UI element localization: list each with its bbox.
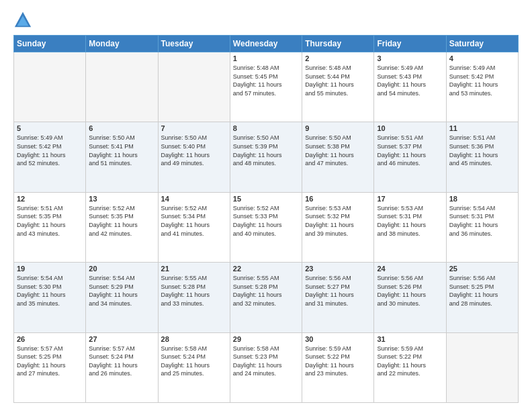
day-number: 19 (17, 265, 83, 273)
day-info: Sunrise: 5:52 AM Sunset: 5:34 PM Dayligh… (161, 204, 227, 238)
day-info: Sunrise: 5:48 AM Sunset: 5:45 PM Dayligh… (233, 64, 299, 97)
day-info: Sunrise: 5:52 AM Sunset: 5:33 PM Dayligh… (233, 204, 299, 238)
day-number: 29 (233, 335, 299, 343)
calendar-header-row: SundayMondayTuesdayWednesdayThursdayFrid… (14, 36, 519, 52)
day-info: Sunrise: 5:49 AM Sunset: 5:42 PM Dayligh… (17, 134, 83, 167)
calendar-cell: 3Sunrise: 5:49 AM Sunset: 5:43 PM Daylig… (374, 52, 446, 122)
day-number: 13 (89, 195, 154, 203)
day-info: Sunrise: 5:48 AM Sunset: 5:44 PM Dayligh… (305, 64, 371, 97)
day-number: 27 (89, 335, 154, 343)
day-info: Sunrise: 5:55 AM Sunset: 5:28 PM Dayligh… (161, 274, 227, 308)
day-header: Friday (374, 36, 446, 52)
calendar-cell: 12Sunrise: 5:51 AM Sunset: 5:35 PM Dayli… (14, 192, 86, 262)
calendar-cell: 28Sunrise: 5:58 AM Sunset: 5:24 PM Dayli… (158, 332, 230, 402)
day-info: Sunrise: 5:50 AM Sunset: 5:40 PM Dayligh… (161, 134, 227, 167)
day-header: Saturday (446, 36, 518, 52)
calendar-cell: 4Sunrise: 5:49 AM Sunset: 5:42 PM Daylig… (446, 52, 518, 122)
day-info: Sunrise: 5:59 AM Sunset: 5:22 PM Dayligh… (305, 345, 371, 378)
calendar-cell: 29Sunrise: 5:58 AM Sunset: 5:23 PM Dayli… (230, 332, 302, 402)
day-info: Sunrise: 5:53 AM Sunset: 5:31 PM Dayligh… (377, 204, 443, 238)
day-number: 18 (449, 195, 515, 203)
day-header: Monday (86, 36, 158, 52)
day-number: 31 (377, 335, 443, 343)
day-header: Sunday (14, 36, 86, 52)
day-header: Thursday (302, 36, 374, 52)
calendar-cell: 10Sunrise: 5:51 AM Sunset: 5:37 PM Dayli… (374, 122, 446, 192)
day-number: 15 (233, 195, 299, 203)
day-info: Sunrise: 5:57 AM Sunset: 5:24 PM Dayligh… (89, 345, 154, 378)
calendar-week-row: 5Sunrise: 5:49 AM Sunset: 5:42 PM Daylig… (14, 122, 519, 192)
day-info: Sunrise: 5:56 AM Sunset: 5:27 PM Dayligh… (305, 274, 371, 308)
day-number: 24 (377, 265, 443, 273)
day-info: Sunrise: 5:49 AM Sunset: 5:42 PM Dayligh… (449, 64, 515, 97)
calendar-cell: 11Sunrise: 5:51 AM Sunset: 5:36 PM Dayli… (446, 122, 518, 192)
calendar-week-row: 19Sunrise: 5:54 AM Sunset: 5:30 PM Dayli… (14, 263, 519, 332)
day-number: 9 (305, 124, 371, 132)
day-info: Sunrise: 5:58 AM Sunset: 5:24 PM Dayligh… (161, 345, 227, 378)
day-info: Sunrise: 5:49 AM Sunset: 5:43 PM Dayligh… (377, 64, 443, 97)
logo-icon (13, 11, 32, 30)
calendar-cell: 25Sunrise: 5:56 AM Sunset: 5:25 PM Dayli… (446, 263, 518, 332)
day-number: 20 (89, 265, 154, 273)
calendar-cell: 18Sunrise: 5:54 AM Sunset: 5:31 PM Dayli… (446, 192, 518, 262)
calendar-cell: 8Sunrise: 5:50 AM Sunset: 5:39 PM Daylig… (230, 122, 302, 192)
day-number: 17 (377, 195, 443, 203)
calendar-cell: 17Sunrise: 5:53 AM Sunset: 5:31 PM Dayli… (374, 192, 446, 262)
day-number: 22 (233, 265, 299, 273)
day-info: Sunrise: 5:54 AM Sunset: 5:29 PM Dayligh… (89, 274, 154, 308)
calendar-cell: 30Sunrise: 5:59 AM Sunset: 5:22 PM Dayli… (302, 332, 374, 402)
day-info: Sunrise: 5:54 AM Sunset: 5:30 PM Dayligh… (17, 274, 83, 308)
calendar-cell: 9Sunrise: 5:50 AM Sunset: 5:38 PM Daylig… (302, 122, 374, 192)
day-number: 7 (161, 124, 227, 132)
day-info: Sunrise: 5:56 AM Sunset: 5:26 PM Dayligh… (377, 274, 443, 308)
calendar-cell: 15Sunrise: 5:52 AM Sunset: 5:33 PM Dayli… (230, 192, 302, 262)
day-info: Sunrise: 5:54 AM Sunset: 5:31 PM Dayligh… (449, 204, 515, 238)
page: SundayMondayTuesdayWednesdayThursdayFrid… (0, 0, 532, 411)
calendar-cell: 24Sunrise: 5:56 AM Sunset: 5:26 PM Dayli… (374, 263, 446, 332)
day-number: 25 (449, 265, 515, 273)
day-number: 16 (305, 195, 371, 203)
calendar-cell: 7Sunrise: 5:50 AM Sunset: 5:40 PM Daylig… (158, 122, 230, 192)
calendar-cell (446, 332, 518, 402)
day-number: 4 (449, 54, 515, 62)
day-number: 26 (17, 335, 83, 343)
calendar-cell: 23Sunrise: 5:56 AM Sunset: 5:27 PM Dayli… (302, 263, 374, 332)
day-number: 10 (377, 124, 443, 132)
logo (13, 11, 35, 30)
day-info: Sunrise: 5:57 AM Sunset: 5:25 PM Dayligh… (17, 345, 83, 378)
day-info: Sunrise: 5:53 AM Sunset: 5:32 PM Dayligh… (305, 204, 371, 238)
day-number: 2 (305, 54, 371, 62)
calendar-table: SundayMondayTuesdayWednesdayThursdayFrid… (13, 35, 519, 403)
calendar-cell (86, 52, 158, 122)
calendar-cell: 14Sunrise: 5:52 AM Sunset: 5:34 PM Dayli… (158, 192, 230, 262)
day-number: 30 (305, 335, 371, 343)
calendar-cell (14, 52, 86, 122)
calendar-cell: 6Sunrise: 5:50 AM Sunset: 5:41 PM Daylig… (86, 122, 158, 192)
day-info: Sunrise: 5:50 AM Sunset: 5:38 PM Dayligh… (305, 134, 371, 167)
day-number: 6 (89, 124, 154, 132)
day-number: 11 (449, 124, 515, 132)
calendar-cell: 5Sunrise: 5:49 AM Sunset: 5:42 PM Daylig… (14, 122, 86, 192)
header (13, 11, 519, 30)
day-info: Sunrise: 5:56 AM Sunset: 5:25 PM Dayligh… (449, 274, 515, 308)
day-info: Sunrise: 5:58 AM Sunset: 5:23 PM Dayligh… (233, 345, 299, 378)
calendar-cell: 20Sunrise: 5:54 AM Sunset: 5:29 PM Dayli… (86, 263, 158, 332)
day-info: Sunrise: 5:51 AM Sunset: 5:36 PM Dayligh… (449, 134, 515, 167)
day-header: Tuesday (158, 36, 230, 52)
calendar-cell (158, 52, 230, 122)
day-number: 28 (161, 335, 227, 343)
day-info: Sunrise: 5:51 AM Sunset: 5:35 PM Dayligh… (17, 204, 83, 238)
calendar-week-row: 1Sunrise: 5:48 AM Sunset: 5:45 PM Daylig… (14, 52, 519, 122)
calendar-cell: 1Sunrise: 5:48 AM Sunset: 5:45 PM Daylig… (230, 52, 302, 122)
calendar-cell: 21Sunrise: 5:55 AM Sunset: 5:28 PM Dayli… (158, 263, 230, 332)
day-number: 5 (17, 124, 83, 132)
day-info: Sunrise: 5:55 AM Sunset: 5:28 PM Dayligh… (233, 274, 299, 308)
calendar-cell: 27Sunrise: 5:57 AM Sunset: 5:24 PM Dayli… (86, 332, 158, 402)
day-number: 12 (17, 195, 83, 203)
day-number: 3 (377, 54, 443, 62)
calendar-week-row: 26Sunrise: 5:57 AM Sunset: 5:25 PM Dayli… (14, 332, 519, 402)
calendar-cell: 22Sunrise: 5:55 AM Sunset: 5:28 PM Dayli… (230, 263, 302, 332)
day-info: Sunrise: 5:52 AM Sunset: 5:35 PM Dayligh… (89, 204, 154, 238)
calendar-cell: 2Sunrise: 5:48 AM Sunset: 5:44 PM Daylig… (302, 52, 374, 122)
day-info: Sunrise: 5:59 AM Sunset: 5:22 PM Dayligh… (377, 345, 443, 378)
